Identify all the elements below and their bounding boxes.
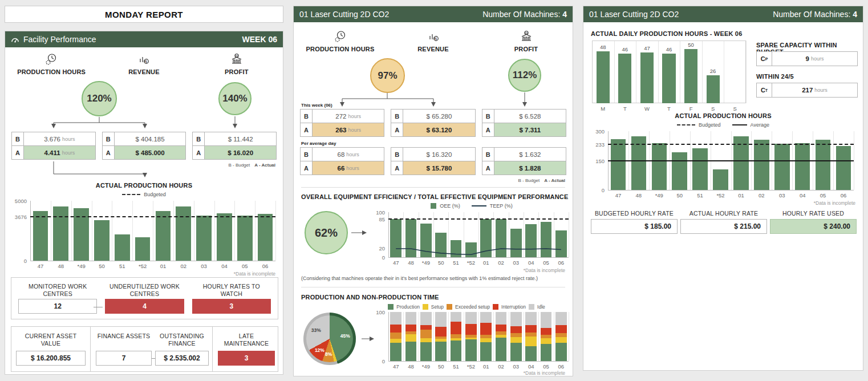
revenue-table: B$ 65.280A$ 63.120 xyxy=(391,109,475,137)
x-tick-label: 05 xyxy=(813,192,833,198)
ba-value: 68 xyxy=(338,151,345,158)
stack-segment xyxy=(451,338,461,341)
spare-capacity-box: CP 9hours xyxy=(756,51,858,66)
x-axis xyxy=(388,361,569,362)
metric-finance-assets: FINANCE ASSETS 7 xyxy=(96,333,152,366)
stack-segment xyxy=(496,325,506,331)
gridline xyxy=(493,312,494,361)
ba-row: A$ 7.311 xyxy=(482,123,566,137)
setup-swatch xyxy=(423,304,428,310)
ba-value-cell: $ 65.280 xyxy=(403,109,475,123)
ba-value: $ 1.828 xyxy=(519,165,541,172)
stack-segment xyxy=(390,343,401,361)
ba-unit: hours xyxy=(62,136,75,142)
profit-table: B$ 6.528A$ 7.311 xyxy=(482,109,566,137)
x-tick-label: 47 xyxy=(30,263,51,269)
metric-label: UNDERUTILIZED WORK CENTRES xyxy=(105,283,184,298)
ba-value: $ 16.320 xyxy=(427,151,452,158)
x-tick-label: S xyxy=(724,106,746,112)
pie-slice-label: 45% xyxy=(337,333,353,339)
x-tick-label: 47 xyxy=(608,192,628,198)
teep-legend-label: TEEP (%) xyxy=(490,203,513,209)
y-axis xyxy=(30,201,31,261)
avg-budget-actual-tables: B68hoursA66hours B$ 16.320A$ 15.780 B$ 1… xyxy=(300,147,566,175)
x-tick-label: S xyxy=(702,106,724,112)
legend-label: Idle xyxy=(537,304,545,310)
y-tick-label: 0 xyxy=(372,358,385,364)
y-tick-label: 85 xyxy=(372,216,385,222)
oee-gauge: 62% xyxy=(305,211,348,254)
assets-group: CURRENT ASSET VALUE $ 16.200.855 FINANCE… xyxy=(11,326,278,372)
within-capacity-unit: hours xyxy=(814,87,828,93)
gridline xyxy=(419,312,419,361)
ba-key-cell: B xyxy=(482,147,494,161)
x-tick-label: 06 xyxy=(833,192,854,198)
bar-value-label: 50 xyxy=(680,42,702,48)
machines-label: Number Of Machines: xyxy=(773,10,850,19)
ba-value-cell: $ 1.632 xyxy=(494,147,566,161)
x-tick-label: 51 xyxy=(112,263,132,269)
workcentre-aph-chart: 30023315004748*495051*52010203040506 xyxy=(591,129,857,199)
kpi-label: PRODUCTION HOURS xyxy=(306,46,375,52)
stack-segment xyxy=(420,312,431,325)
production-hours-table: B3.676hoursA4.411hours xyxy=(11,132,96,160)
stack-segment xyxy=(525,325,536,333)
facility-panel-header: Facility Performance WEEK 06 xyxy=(5,31,283,47)
x-tick-label: 01 xyxy=(478,260,493,266)
stack-segment xyxy=(390,325,401,333)
ba-value: $ 7.311 xyxy=(519,127,541,133)
week-badge: WEEK 06 xyxy=(242,35,277,44)
x-tick-label: W xyxy=(636,106,658,112)
metric-monitored-work-centres: MONITORED WORK CENTRES 12 xyxy=(18,283,97,314)
stack-segment xyxy=(525,333,536,337)
stack-segment xyxy=(465,335,476,338)
stack-segment xyxy=(405,325,416,331)
ba-key-cell: B xyxy=(11,132,24,146)
bar-value-label: 48 xyxy=(592,44,614,50)
legend-budgeted-label: Budgeted xyxy=(144,192,166,197)
ba-key-cell: B xyxy=(300,109,313,123)
stack-segment xyxy=(480,323,491,335)
stack-segment xyxy=(420,330,431,338)
gridline xyxy=(255,201,255,261)
kpi-label: PROFIT xyxy=(514,46,538,52)
ba-value-cell: 272hours xyxy=(313,109,384,123)
x-tick-label: *52 xyxy=(132,263,153,269)
ba-value: $ 65.280 xyxy=(427,113,452,120)
x-tick-label: 50 xyxy=(92,263,112,269)
bar xyxy=(217,213,232,261)
stack-segment xyxy=(435,337,446,339)
x-axis xyxy=(608,190,854,190)
pnp-legend: Production Setup Exceeded setup Interrup… xyxy=(362,304,571,310)
y-tick-label: 0 xyxy=(372,254,385,261)
legend-average-label: Average xyxy=(751,122,769,128)
metric-hourly-rates-to-watch: HOURLY RATES TO WATCH 3 xyxy=(192,283,271,314)
profit-table: B$ 1.632A$ 1.828 xyxy=(482,147,566,175)
pie-slice-label: 12% xyxy=(311,347,327,353)
ba-value: 66 xyxy=(338,165,345,172)
bar xyxy=(597,51,610,103)
solid-line-sample xyxy=(732,124,747,125)
gridline xyxy=(71,201,72,261)
x-tick-label: 50 xyxy=(433,363,448,370)
gauge-production-revenue: 97% xyxy=(370,58,405,93)
ba-row: B272hours xyxy=(300,109,384,123)
gridline xyxy=(524,312,524,361)
x-tick-label: 48 xyxy=(403,260,418,266)
panel-title: Facility Performance xyxy=(23,35,96,44)
bar xyxy=(451,240,461,257)
ba-value-cell: $ 485.000 xyxy=(115,145,186,160)
ba-row: A$ 63.120 xyxy=(391,123,475,137)
x-tick-label: 50 xyxy=(433,260,448,266)
stack-segment xyxy=(451,322,461,334)
ba-row: A263hours xyxy=(300,123,384,137)
ba-value: 4.411 xyxy=(44,149,60,156)
ba-key-cell: A xyxy=(482,161,494,175)
workcentre-panel-header: 01 Laser Cutting 2D CO2 Number Of Machin… xyxy=(294,6,573,22)
x-tick-label: 47 xyxy=(388,363,403,370)
bar xyxy=(692,148,708,190)
section-divider xyxy=(301,287,565,287)
gridline xyxy=(538,312,539,361)
ba-value: $ 16.020 xyxy=(228,149,253,156)
ba-row: A4.411hours xyxy=(11,145,96,160)
